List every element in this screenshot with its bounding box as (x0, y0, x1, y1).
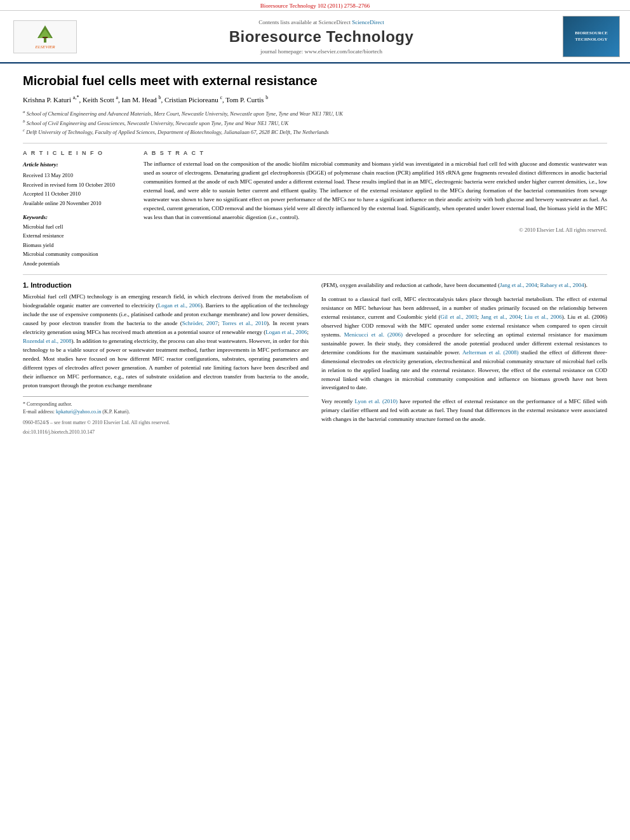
ref-jang-2004b[interactable]: Jang et al., 2004 (481, 314, 521, 320)
author-1: Krishna P. Katuri a,*, (23, 96, 83, 103)
sciencedirect-anchor[interactable]: ScienceDirect (352, 19, 384, 25)
abstract-col: A B S T R A C T The influence of externa… (144, 150, 607, 268)
keywords-label: Keywords: (23, 214, 131, 220)
article-info-abstract-section: A R T I C L E I N F O Article history: R… (23, 150, 607, 268)
intro-para-1: Microbial fuel cell (MFC) technology is … (23, 293, 309, 390)
corresponding-label: * Corresponding author. (23, 401, 72, 407)
history-received: Received 13 May 2010 (23, 172, 73, 178)
affiliation-c: c Delft University of Technology, Facult… (23, 129, 329, 135)
right-para-3: Very recently Lyon et al. (2010) have re… (321, 397, 607, 424)
history-revised: Received in revised form 10 October 2010 (23, 182, 115, 188)
history-online: Available online 20 November 2010 (23, 200, 102, 206)
authors-line: Krishna P. Katuri a,*, Keith Scott a, Ia… (23, 94, 607, 105)
keyword-2: External resistance (23, 231, 131, 240)
elsevier-brand-text: ELSEVIER (35, 44, 55, 50)
header-center: Contents lists available at ScienceDirec… (80, 19, 563, 55)
article-history: Article history: Received 13 May 2010 Re… (23, 160, 131, 208)
ref-rabaey[interactable]: Rabaey et al., 2004 (540, 282, 584, 288)
keyword-3: Biomass yield (23, 241, 131, 250)
main-content: Microbial fuel cells meet with external … (0, 63, 630, 444)
email-label: E-mail address: (23, 409, 55, 415)
ref-menicucci[interactable]: Menicucci et al. (2006) (344, 331, 403, 338)
body-left: 1. Introduction Microbial fuel cell (MFC… (23, 281, 309, 435)
article-title: Microbial fuel cells meet with external … (23, 72, 607, 89)
ref-jang-2004[interactable]: Jang et al., 2004 (500, 282, 537, 288)
journal-title: Bioresource Technology (80, 28, 563, 46)
author-4: Cristian Picioreanu c, (164, 96, 225, 103)
ref-logan-2006[interactable]: Logan et al., 2006 (158, 302, 201, 309)
ref-liu[interactable]: Liu et al., 2006 (525, 314, 562, 320)
ref-logan-2006b[interactable]: Logan et al., 2006 (265, 329, 307, 335)
author-5: Tom P. Curtis b (225, 96, 268, 103)
sciencedirect-link: Contents lists available at ScienceDirec… (80, 19, 563, 25)
svg-rect-3 (43, 37, 48, 38)
footnote-area: * Corresponding author. E-mail address: … (23, 396, 309, 416)
journal-header: ELSEVIER Contents lists available at Sci… (0, 11, 630, 63)
intro-section-title: 1. Introduction (23, 281, 309, 289)
affiliation-a: a School of Chemical Engineering and Adv… (23, 110, 343, 117)
issn-text: 0960-8524/$ – see front matter © 2010 El… (23, 420, 170, 425)
keyword-5: Anode potentials (23, 259, 131, 268)
ref-torres[interactable]: Torres et al., 2010 (222, 320, 267, 326)
body-content: 1. Introduction Microbial fuel cell (MFC… (23, 281, 607, 435)
affiliations: a School of Chemical Engineering and Adv… (23, 109, 607, 137)
author-3: Ian M. Head b, (122, 96, 165, 103)
affiliation-b: b School of Civil Engineering and Geosci… (23, 120, 288, 126)
ref-schroder[interactable]: Schröder, 2007 (182, 320, 218, 326)
journal-bar: Bioresource Technology 102 (2011) 2758–2… (0, 0, 630, 11)
ref-gil[interactable]: Gil et al., 2003 (441, 314, 478, 320)
abstract-heading: A B S T R A C T (144, 150, 607, 156)
footnote-email: E-mail address: kpkaturi@yahoo.co.in (K.… (23, 408, 309, 416)
article-info-heading: A R T I C L E I N F O (23, 150, 131, 156)
article-info-col: A R T I C L E I N F O Article history: R… (23, 150, 131, 268)
ref-rozendal[interactable]: Rozendal et al., 2008 (23, 338, 71, 344)
keywords-section: Keywords: Microbial fuel cell External r… (23, 214, 131, 268)
elsevier-tree-icon (32, 24, 58, 43)
keyword-4: Microbial community composition (23, 250, 131, 258)
history-accepted: Accepted 11 October 2010 (23, 190, 81, 197)
elsevier-logo: ELSEVIER (13, 20, 77, 53)
journal-homepage: journal homepage: www.elsevier.com/locat… (80, 48, 563, 55)
right-para-1: (PEM), oxygen availability and reduction… (321, 281, 607, 290)
abstract-text: The influence of external load on the co… (144, 160, 607, 222)
right-para-2: In contrast to a classical fuel cell, MF… (321, 295, 607, 392)
copyright-line: © 2010 Elsevier Ltd. All rights reserved… (144, 227, 607, 233)
divider-2 (23, 274, 607, 275)
body-right: (PEM), oxygen availability and reduction… (321, 281, 607, 435)
ref-aelterman[interactable]: Aelterman et al. (2008) (462, 349, 519, 356)
email-link[interactable]: kpkaturi@yahoo.co.in (56, 409, 101, 415)
journal-citation: Bioresource Technology 102 (2011) 2758–2… (260, 3, 370, 9)
email-person: (K.P. Katuri). (102, 409, 130, 415)
journal-cover-logo: BIORESOURCE TECHNOLOGY (563, 16, 620, 57)
section-title-label: Introduction (30, 281, 71, 289)
divider-1 (23, 143, 607, 143)
keyword-1: Microbial fuel cell (23, 222, 131, 231)
section-number: 1. (23, 281, 29, 289)
history-label: Article history: (23, 160, 131, 170)
doi-line: doi:10.1016/j.biortech.2010.10.147 (23, 429, 309, 435)
doi-text: doi:10.1016/j.biortech.2010.10.147 (23, 429, 95, 435)
author-2: Keith Scott a, (83, 96, 122, 103)
ref-lyon[interactable]: Lyon et al. (2010) (354, 398, 398, 404)
svg-rect-0 (44, 38, 46, 43)
footnote-corresponding: * Corresponding author. (23, 401, 309, 408)
issn-line: 0960-8524/$ – see front matter © 2010 El… (23, 420, 309, 425)
elsevier-logo-container: ELSEVIER (10, 20, 80, 53)
